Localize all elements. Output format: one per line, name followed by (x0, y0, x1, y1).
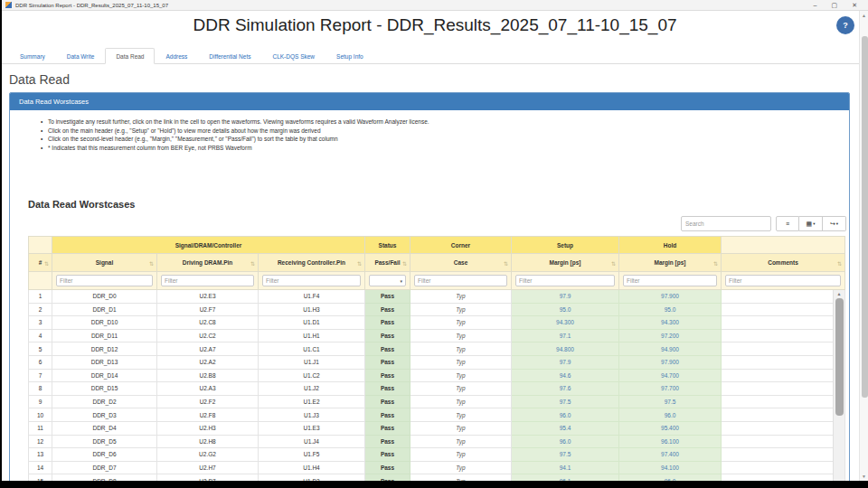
cell-corner-case: Typ (410, 408, 512, 422)
setup-margin-link[interactable]: 97.9 (560, 359, 571, 365)
hold-margin-link[interactable]: 94.300 (661, 319, 679, 325)
setup-margin-link[interactable]: 95.0 (560, 306, 571, 313)
hold-margin-link[interactable]: 97.900 (661, 293, 679, 299)
setup-margin-link[interactable]: 97.6 (560, 385, 571, 391)
cell-status: Pass (365, 303, 410, 316)
sort-icon: ⇅ (611, 259, 616, 266)
hold-margin-link[interactable]: 97.400 (661, 451, 679, 457)
setup-margin-link[interactable]: 94.800 (556, 346, 574, 352)
hold-margin-link[interactable]: 95.400 (661, 425, 679, 431)
setup-margin-link[interactable]: 94.300 (556, 319, 574, 325)
table-row: 15 DDR_D8 U2.D7 U1.D2 Pass Typ 96.1 96.0 (29, 474, 845, 481)
group-header-hold[interactable]: Hold (619, 237, 722, 254)
setup-margin-link[interactable]: 94.1 (560, 465, 571, 471)
column-header-comments[interactable]: Comments⇅ (722, 254, 845, 272)
maximize-icon[interactable]: ▢ (832, 1, 838, 10)
search-input[interactable] (681, 216, 771, 231)
worstcases-table: Signal/DRAM/Controller Status Corner Set… (28, 236, 844, 481)
table-row: 3 DDR_D10 U2.C8 U1.D1 Pass Typ 94.300 94… (29, 316, 845, 330)
tab-setup-info[interactable]: Setup Info (326, 48, 374, 64)
setup-margin-link[interactable]: 94.6 (560, 372, 571, 379)
cell-driving-pin: U2.E3 (157, 290, 259, 304)
cell-status: Pass (365, 474, 410, 481)
hold-margin-link[interactable]: 97.900 (661, 359, 679, 365)
cell-corner-case: Typ (410, 461, 512, 474)
column-header-signal[interactable]: Signal⇅ (52, 254, 157, 272)
filter-driving-input[interactable] (161, 275, 254, 286)
cell-receiving-pin: U1.D1 (259, 316, 365, 330)
page-scrollbar[interactable]: ▲ ▼ (859, 11, 868, 481)
setup-margin-link[interactable]: 97.9 (560, 293, 571, 299)
cell-status: Pass (365, 316, 410, 330)
filter-receiving-input[interactable] (262, 275, 361, 286)
cell-receiving-pin: U1.J2 (259, 382, 365, 396)
column-header-num[interactable]: #⇅ (29, 254, 52, 272)
filter-setup-input[interactable] (515, 275, 615, 286)
cell-comments (722, 369, 845, 382)
filter-case-input[interactable] (414, 275, 507, 286)
hold-margin-link[interactable]: 94.100 (661, 465, 679, 471)
scroll-up-icon[interactable]: ▲ (834, 290, 844, 297)
table-scrollbar[interactable]: ▲ (833, 290, 844, 481)
setup-margin-link[interactable]: 97.5 (560, 451, 571, 457)
cell-comments (722, 461, 845, 474)
sort-icon: ⇅ (44, 259, 49, 266)
filter-passfail-select[interactable]: ▾ (369, 275, 406, 286)
window-titlebar: DDR Simulation Report - DDR_Results_2025… (2, 0, 868, 11)
group-header-signal[interactable]: Signal/DRAM/Controller (52, 237, 365, 254)
column-header-case[interactable]: Case⇅ (410, 254, 512, 272)
close-icon[interactable]: ✕ (852, 1, 857, 10)
cell-signal: DDR_D6 (52, 448, 157, 462)
filter-comments-input[interactable] (725, 275, 841, 286)
cell-driving-pin: U2.D7 (157, 474, 259, 481)
group-header-corner[interactable]: Corner (410, 237, 512, 254)
hold-margin-link[interactable]: 96.0 (665, 478, 676, 481)
hold-margin-link[interactable]: 97.5 (665, 399, 676, 405)
hold-margin-link[interactable]: 97.200 (661, 333, 679, 339)
export-button[interactable]: ↪ ▾ (823, 216, 846, 231)
minimize-icon[interactable]: – (814, 1, 817, 10)
hold-margin-link[interactable]: 94.900 (661, 346, 679, 352)
hold-margin-link[interactable]: 96.100 (661, 438, 679, 445)
setup-margin-link[interactable]: 96.0 (560, 438, 571, 445)
setup-margin-link[interactable]: 96.1 (560, 478, 571, 481)
column-header-hold-margin[interactable]: Margin [ps]⇅ (619, 254, 722, 272)
tab-clk-dqs-skew[interactable]: CLK-DQS Skew (261, 48, 326, 64)
scroll-up-icon[interactable]: ▲ (860, 13, 868, 18)
filter-hold-input[interactable] (623, 275, 717, 286)
help-button[interactable]: ? (836, 16, 854, 34)
scroll-down-icon[interactable]: ▼ (860, 474, 868, 479)
column-header-passfail[interactable]: Pass/Fail⇅ (365, 254, 410, 272)
setup-margin-link[interactable]: 96.0 (560, 412, 571, 418)
page-scrollbar-thumb[interactable] (862, 36, 868, 398)
row-number: 14 (29, 461, 52, 474)
hold-margin-link[interactable]: 95.0 (665, 306, 676, 313)
cell-comments (722, 382, 845, 396)
toggle-list-button[interactable]: ≡ (776, 216, 799, 231)
cell-corner-case: Typ (410, 355, 512, 369)
tab-differential-nets[interactable]: Differential Nets (198, 48, 261, 64)
column-header-driving[interactable]: Driving DRAM.Pin⇅ (157, 254, 259, 272)
cell-status: Pass (365, 355, 410, 369)
hold-margin-link[interactable]: 96.0 (665, 412, 676, 418)
tab-data-read[interactable]: Data Read (105, 48, 155, 64)
setup-margin-link[interactable]: 97.5 (560, 399, 571, 405)
tab-address[interactable]: Address (155, 48, 198, 64)
cell-signal: DDR_D14 (52, 369, 157, 382)
setup-margin-link[interactable]: 97.1 (560, 333, 571, 339)
cell-corner-case: Typ (410, 290, 512, 304)
table-scrollbar-thumb[interactable] (835, 298, 844, 416)
cell-corner-case: Typ (410, 448, 512, 462)
group-header-setup[interactable]: Setup (512, 237, 619, 254)
tab-data-write[interactable]: Data Write (56, 48, 106, 64)
hold-margin-link[interactable]: 94.700 (661, 372, 679, 379)
setup-margin-link[interactable]: 95.4 (560, 425, 571, 431)
tab-summary[interactable]: Summary (9, 48, 56, 64)
column-header-setup-margin[interactable]: Margin [ps]⇅ (512, 254, 619, 272)
cell-status: Pass (365, 369, 410, 382)
hold-margin-link[interactable]: 97.700 (661, 385, 679, 391)
filter-signal-input[interactable] (56, 275, 153, 286)
columns-button[interactable]: ▦ ▾ (799, 216, 823, 231)
group-header-status[interactable]: Status (365, 237, 410, 254)
column-header-receiving[interactable]: Receiving Controller.Pin⇅ (259, 254, 365, 272)
